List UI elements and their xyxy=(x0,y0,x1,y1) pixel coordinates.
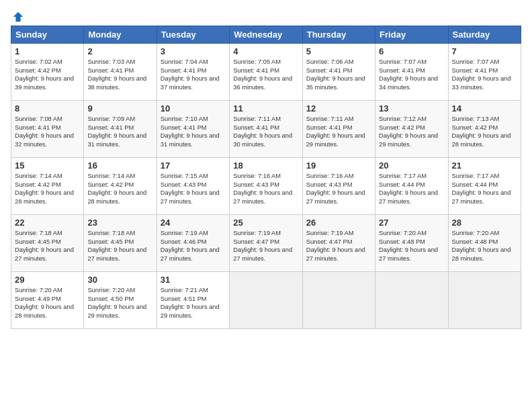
cell-info: Sunrise: 7:05 AMSunset: 4:41 PMDaylight:… xyxy=(233,58,298,91)
cell-info: Sunrise: 7:15 AMSunset: 4:43 PMDaylight:… xyxy=(161,172,226,205)
calendar-header-row: SundayMondayTuesdayWednesdayThursdayFrid… xyxy=(11,26,521,44)
cell-info: Sunrise: 7:18 AMSunset: 4:45 PMDaylight:… xyxy=(87,229,152,263)
calendar-cell xyxy=(375,272,448,329)
svg-marker-0 xyxy=(13,12,23,21)
day-header-wednesday: Wednesday xyxy=(230,26,302,44)
calendar-cell: 17Sunrise: 7:15 AMSunset: 4:43 PMDayligh… xyxy=(157,158,229,215)
cell-info: Sunrise: 7:20 AMSunset: 4:49 PMDaylight:… xyxy=(15,286,80,320)
cell-info: Sunrise: 7:19 AMSunset: 4:47 PMDaylight:… xyxy=(233,229,298,263)
cell-info: Sunrise: 7:02 AMSunset: 4:42 PMDaylight:… xyxy=(15,58,80,91)
calendar-cell: 28Sunrise: 7:20 AMSunset: 4:48 PMDayligh… xyxy=(448,215,521,272)
calendar-cell: 20Sunrise: 7:17 AMSunset: 4:44 PMDayligh… xyxy=(375,158,448,215)
day-number: 4 xyxy=(233,46,298,56)
logo-icon xyxy=(12,11,24,23)
day-number: 14 xyxy=(452,103,517,113)
day-number: 5 xyxy=(306,46,371,56)
day-number: 11 xyxy=(233,103,298,113)
calendar-cell: 2Sunrise: 7:03 AMSunset: 4:41 PMDaylight… xyxy=(84,44,157,101)
calendar-cell xyxy=(448,272,521,329)
calendar-cell: 19Sunrise: 7:16 AMSunset: 4:43 PMDayligh… xyxy=(302,158,375,215)
cell-info: Sunrise: 7:17 AMSunset: 4:44 PMDaylight:… xyxy=(379,172,444,205)
calendar-cell: 13Sunrise: 7:12 AMSunset: 4:42 PMDayligh… xyxy=(375,101,448,158)
calendar-cell: 30Sunrise: 7:20 AMSunset: 4:50 PMDayligh… xyxy=(84,272,157,329)
calendar-cell: 15Sunrise: 7:14 AMSunset: 4:42 PMDayligh… xyxy=(11,158,84,215)
cell-info: Sunrise: 7:03 AMSunset: 4:41 PMDaylight:… xyxy=(87,58,152,91)
cell-info: Sunrise: 7:21 AMSunset: 4:51 PMDaylight:… xyxy=(161,286,226,320)
day-number: 30 xyxy=(87,275,152,285)
calendar-cell: 14Sunrise: 7:13 AMSunset: 4:42 PMDayligh… xyxy=(448,101,521,158)
day-number: 19 xyxy=(306,161,371,171)
day-header-tuesday: Tuesday xyxy=(157,26,229,44)
day-number: 18 xyxy=(233,161,298,171)
calendar-cell: 9Sunrise: 7:09 AMSunset: 4:41 PMDaylight… xyxy=(84,101,157,158)
cell-info: Sunrise: 7:10 AMSunset: 4:41 PMDaylight:… xyxy=(161,115,226,148)
page: SundayMondayTuesdayWednesdayThursdayFrid… xyxy=(0,0,532,411)
day-header-friday: Friday xyxy=(375,26,448,44)
day-header-monday: Monday xyxy=(84,26,157,44)
day-number: 3 xyxy=(161,46,226,56)
day-number: 22 xyxy=(15,218,80,228)
cell-info: Sunrise: 7:12 AMSunset: 4:42 PMDaylight:… xyxy=(379,115,444,148)
day-number: 10 xyxy=(161,103,226,113)
week-row-2: 8Sunrise: 7:08 AMSunset: 4:41 PMDaylight… xyxy=(11,101,521,158)
day-number: 16 xyxy=(87,161,152,171)
cell-info: Sunrise: 7:16 AMSunset: 4:43 PMDaylight:… xyxy=(306,172,371,205)
header xyxy=(11,11,521,20)
day-number: 25 xyxy=(233,218,298,228)
day-number: 1 xyxy=(15,46,80,56)
calendar-cell: 24Sunrise: 7:19 AMSunset: 4:46 PMDayligh… xyxy=(157,215,229,272)
week-row-5: 29Sunrise: 7:20 AMSunset: 4:49 PMDayligh… xyxy=(11,272,521,329)
calendar-cell: 27Sunrise: 7:20 AMSunset: 4:48 PMDayligh… xyxy=(375,215,448,272)
cell-info: Sunrise: 7:16 AMSunset: 4:43 PMDaylight:… xyxy=(233,172,298,205)
day-number: 8 xyxy=(15,103,80,113)
day-number: 9 xyxy=(87,103,152,113)
logo xyxy=(11,11,24,20)
calendar-cell: 7Sunrise: 7:07 AMSunset: 4:41 PMDaylight… xyxy=(448,44,521,101)
cell-info: Sunrise: 7:20 AMSunset: 4:48 PMDaylight:… xyxy=(379,229,444,263)
cell-info: Sunrise: 7:19 AMSunset: 4:46 PMDaylight:… xyxy=(161,229,226,263)
day-number: 12 xyxy=(306,103,371,113)
calendar-cell: 22Sunrise: 7:18 AMSunset: 4:45 PMDayligh… xyxy=(11,215,84,272)
calendar-cell: 26Sunrise: 7:19 AMSunset: 4:47 PMDayligh… xyxy=(302,215,375,272)
cell-info: Sunrise: 7:14 AMSunset: 4:42 PMDaylight:… xyxy=(87,172,152,205)
cell-info: Sunrise: 7:17 AMSunset: 4:44 PMDaylight:… xyxy=(452,172,517,205)
calendar-cell: 5Sunrise: 7:06 AMSunset: 4:41 PMDaylight… xyxy=(302,44,375,101)
week-row-1: 1Sunrise: 7:02 AMSunset: 4:42 PMDaylight… xyxy=(11,44,521,101)
calendar-cell: 4Sunrise: 7:05 AMSunset: 4:41 PMDaylight… xyxy=(230,44,302,101)
calendar-cell: 23Sunrise: 7:18 AMSunset: 4:45 PMDayligh… xyxy=(84,215,157,272)
day-number: 13 xyxy=(379,103,444,113)
day-number: 31 xyxy=(161,275,226,285)
calendar: SundayMondayTuesdayWednesdayThursdayFrid… xyxy=(11,26,521,329)
day-header-thursday: Thursday xyxy=(302,26,375,44)
calendar-cell: 10Sunrise: 7:10 AMSunset: 4:41 PMDayligh… xyxy=(157,101,229,158)
cell-info: Sunrise: 7:18 AMSunset: 4:45 PMDaylight:… xyxy=(15,229,80,263)
cell-info: Sunrise: 7:14 AMSunset: 4:42 PMDaylight:… xyxy=(15,172,80,205)
calendar-cell: 25Sunrise: 7:19 AMSunset: 4:47 PMDayligh… xyxy=(230,215,302,272)
cell-info: Sunrise: 7:07 AMSunset: 4:41 PMDaylight:… xyxy=(379,58,444,91)
cell-info: Sunrise: 7:11 AMSunset: 4:41 PMDaylight:… xyxy=(306,115,371,148)
calendar-cell: 1Sunrise: 7:02 AMSunset: 4:42 PMDaylight… xyxy=(11,44,84,101)
calendar-cell: 31Sunrise: 7:21 AMSunset: 4:51 PMDayligh… xyxy=(157,272,229,329)
day-number: 17 xyxy=(161,161,226,171)
day-header-saturday: Saturday xyxy=(448,26,521,44)
day-number: 29 xyxy=(15,275,80,285)
cell-info: Sunrise: 7:08 AMSunset: 4:41 PMDaylight:… xyxy=(15,115,80,148)
day-number: 24 xyxy=(161,218,226,228)
calendar-cell xyxy=(302,272,375,329)
day-number: 15 xyxy=(15,161,80,171)
day-number: 28 xyxy=(452,218,517,228)
day-number: 2 xyxy=(87,46,152,56)
cell-info: Sunrise: 7:13 AMSunset: 4:42 PMDaylight:… xyxy=(452,115,517,148)
day-number: 6 xyxy=(379,46,444,56)
cell-info: Sunrise: 7:20 AMSunset: 4:48 PMDaylight:… xyxy=(452,229,517,263)
day-number: 27 xyxy=(379,218,444,228)
calendar-cell: 18Sunrise: 7:16 AMSunset: 4:43 PMDayligh… xyxy=(230,158,302,215)
cell-info: Sunrise: 7:04 AMSunset: 4:41 PMDaylight:… xyxy=(161,58,226,91)
day-number: 23 xyxy=(87,218,152,228)
cell-info: Sunrise: 7:07 AMSunset: 4:41 PMDaylight:… xyxy=(452,58,517,91)
day-number: 26 xyxy=(306,218,371,228)
cell-info: Sunrise: 7:19 AMSunset: 4:47 PMDaylight:… xyxy=(306,229,371,263)
calendar-cell: 6Sunrise: 7:07 AMSunset: 4:41 PMDaylight… xyxy=(375,44,448,101)
calendar-cell: 21Sunrise: 7:17 AMSunset: 4:44 PMDayligh… xyxy=(448,158,521,215)
day-number: 21 xyxy=(452,161,517,171)
